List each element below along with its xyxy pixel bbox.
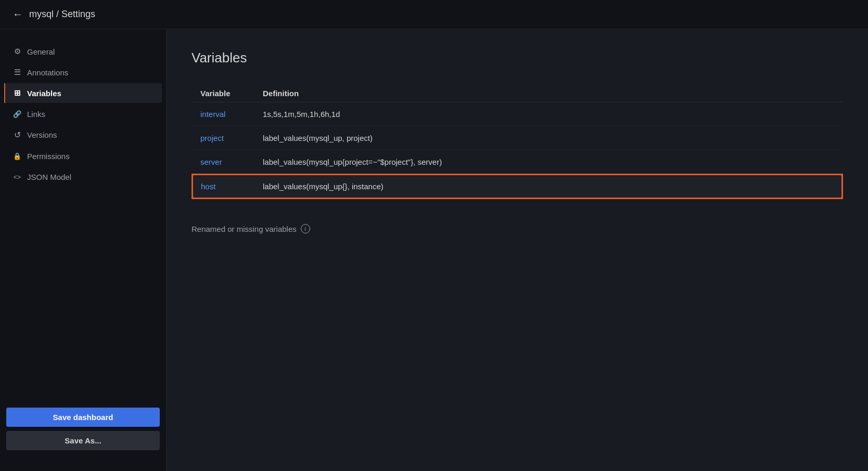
sidebar: General Annotations Variables Links Vers…: [0, 29, 167, 471]
table-row[interactable]: hostlabel_values(mysql_up{}, instance): [192, 174, 843, 199]
sidebar-item-label-annotations: Annotations: [27, 68, 68, 77]
var-name-cell: project: [192, 126, 254, 150]
main-content: Variables Variable Definition interval1s…: [167, 29, 868, 471]
annotations-icon: [12, 68, 22, 77]
var-name-cell: server: [192, 150, 254, 175]
sidebar-nav: General Annotations Variables Links Vers…: [0, 42, 166, 399]
sidebar-item-label-links: Links: [27, 110, 45, 119]
table-header-row: Variable Definition: [192, 85, 843, 102]
sidebar-item-versions[interactable]: Versions: [4, 125, 162, 145]
col-header-variable: Variable: [192, 85, 254, 102]
header: ← mysql / Settings: [0, 0, 868, 29]
sidebar-item-label-json: JSON Model: [27, 173, 71, 181]
page-title: mysql / Settings: [29, 9, 95, 20]
col-header-definition: Definition: [254, 85, 843, 102]
sidebar-item-variables[interactable]: Variables: [4, 83, 162, 103]
var-def-cell: label_values(mysql_up{project=~"$project…: [254, 150, 843, 175]
sidebar-item-general[interactable]: General: [4, 42, 162, 61]
sidebar-item-label-permissions: Permissions: [27, 152, 70, 161]
variables-table: Variable Definition interval1s,5s,1m,5m,…: [192, 85, 843, 199]
sidebar-item-label-variables: Variables: [27, 89, 61, 98]
renamed-section: Renamed or missing variables i: [192, 224, 843, 233]
renamed-label: Renamed or missing variables: [192, 225, 297, 233]
permissions-icon: [12, 151, 22, 161]
versions-icon: [12, 130, 22, 140]
back-button[interactable]: ←: [12, 8, 23, 20]
save-dashboard-button[interactable]: Save dashboard: [6, 408, 160, 427]
save-as-button[interactable]: Save As...: [6, 431, 160, 450]
variables-title: Variables: [192, 50, 843, 66]
sliders-icon: [12, 47, 22, 56]
sidebar-item-links[interactable]: Links: [4, 104, 162, 124]
table-row[interactable]: interval1s,5s,1m,5m,1h,6h,1d: [192, 102, 843, 126]
info-icon[interactable]: i: [301, 224, 310, 233]
links-icon: [12, 109, 22, 119]
sidebar-item-permissions[interactable]: Permissions: [4, 146, 162, 166]
table-row[interactable]: serverlabel_values(mysql_up{project=~"$p…: [192, 150, 843, 175]
sidebar-item-annotations[interactable]: Annotations: [4, 62, 162, 82]
var-name-cell: host: [192, 174, 254, 199]
sidebar-item-json-model[interactable]: JSON Model: [4, 167, 162, 187]
main-layout: General Annotations Variables Links Vers…: [0, 29, 868, 471]
sidebar-item-label-versions: Versions: [27, 130, 57, 139]
var-name-cell: interval: [192, 102, 254, 126]
table-row[interactable]: projectlabel_values(mysql_up, project): [192, 126, 843, 150]
sidebar-item-label-general: General: [27, 47, 55, 56]
var-def-cell: label_values(mysql_up{}, instance): [254, 174, 843, 199]
variables-icon: [12, 88, 22, 98]
sidebar-actions: Save dashboard Save As...: [0, 399, 166, 459]
var-def-cell: 1s,5s,1m,5m,1h,6h,1d: [254, 102, 843, 126]
var-def-cell: label_values(mysql_up, project): [254, 126, 843, 150]
json-icon: [12, 172, 22, 181]
